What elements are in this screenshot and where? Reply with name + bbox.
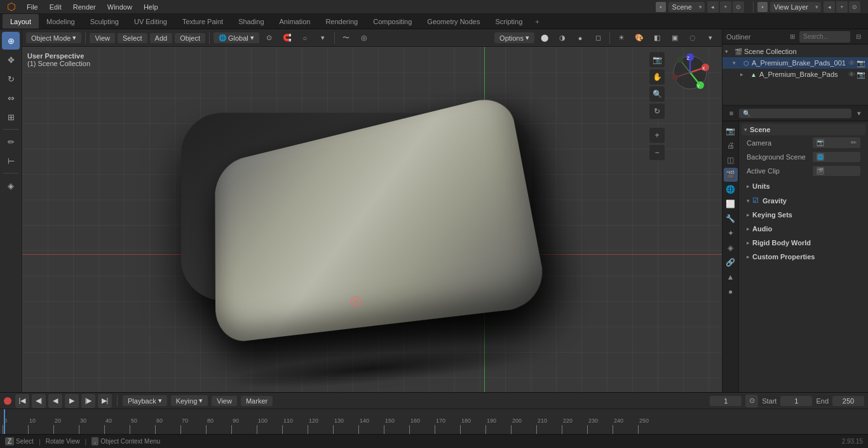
scene-selector[interactable]: GlobalScene ▾ <box>668 2 705 12</box>
shadow-btn[interactable]: ◧ <box>649 31 665 45</box>
jump-end-btn[interactable]: ▶| <box>98 394 112 408</box>
tab-compositing[interactable]: Compositing <box>365 14 419 29</box>
object-mode-btn[interactable]: Object Mode ▾ <box>26 32 81 43</box>
view-layer-add[interactable]: + <box>836 1 848 13</box>
item-1-render-icon[interactable]: 📷 <box>857 71 865 79</box>
tab-rendering[interactable]: Rendering <box>318 14 365 29</box>
context-key-badge[interactable]: . <box>92 437 98 445</box>
rigid-body-collapsible[interactable]: ▸ Rigid Body World <box>742 237 865 248</box>
camera-edit-icon[interactable]: ✏ <box>851 139 857 147</box>
props-tab-object[interactable]: ⬜ <box>724 197 738 211</box>
menu-file[interactable]: File <box>22 2 43 12</box>
tab-uv-editing[interactable]: UV Editing <box>126 14 175 29</box>
tab-modeling[interactable]: Modeling <box>39 14 83 29</box>
studio-light-btn[interactable]: ☀ <box>614 31 629 45</box>
toggle-x-ray-btn[interactable]: ◻ <box>590 31 606 45</box>
outliner-scene-collection[interactable]: ▾ 🎬 Scene Collection <box>722 46 868 57</box>
viewport-object-btn[interactable]: Object <box>175 33 205 43</box>
outliner-search[interactable] <box>799 31 850 43</box>
tab-add[interactable]: + <box>530 16 544 27</box>
end-frame-input[interactable] <box>832 396 864 406</box>
shading-dropdown[interactable]: ▾ <box>703 31 718 45</box>
view-layer-selector[interactable]: View Layer ▾ <box>770 2 821 12</box>
props-tab-modifier[interactable]: 🔧 <box>724 212 738 226</box>
props-tab-view-layer[interactable]: ◫ <box>724 153 738 167</box>
options-btn[interactable]: Options ▾ <box>494 32 534 43</box>
viewport-canvas[interactable]: User Perspective (1) Scene Collection <box>22 47 722 392</box>
custom-props-collapsible[interactable]: ▸ Custom Properties <box>742 251 865 262</box>
pivot-btn[interactable]: ⊙ <box>262 31 277 45</box>
props-search-input[interactable] <box>739 109 851 118</box>
tool-transform[interactable]: ⊞ <box>2 108 20 126</box>
scene-add[interactable]: + <box>720 1 731 13</box>
keying-sets-collapsible[interactable]: ▸ Keying Sets <box>742 209 865 221</box>
graph-icon-btn[interactable]: 〜 <box>339 31 354 45</box>
color-mode-btn[interactable]: 🎨 <box>632 31 647 45</box>
item-1-viewport-icon[interactable]: 👁 <box>848 71 855 79</box>
background-scene-value[interactable]: 🌐 <box>813 152 860 162</box>
scene-link[interactable]: ⊙ <box>733 1 744 13</box>
props-tab-physics[interactable]: ◈ <box>724 241 738 255</box>
proportional-btn[interactable]: ○ <box>297 31 313 45</box>
ao-btn[interactable]: ◌ <box>685 31 700 45</box>
tool-measure[interactable]: ⊢ <box>2 152 20 170</box>
camera-value[interactable]: 📷 ✏ <box>813 137 860 148</box>
tab-geometry-nodes[interactable]: Geometry Nodes <box>419 14 487 29</box>
item-0-render-icon[interactable]: 📷 <box>857 59 865 67</box>
cavity-btn[interactable]: ▣ <box>667 31 682 45</box>
nav-zoom-minus[interactable]: − <box>649 145 665 160</box>
tab-shading[interactable]: Shading <box>231 14 271 29</box>
props-tab-scene[interactable]: 🎬 <box>724 168 738 182</box>
marker-menu-btn[interactable]: Marker <box>241 396 273 406</box>
units-collapsible[interactable]: ▸ Units <box>742 180 865 192</box>
nav-zoom-plus[interactable]: + <box>649 128 665 143</box>
props-tab-output[interactable]: 🖨 <box>724 139 738 153</box>
rendered-mode-btn[interactable]: ● <box>573 31 588 45</box>
gravity-checkbox[interactable]: ☑ <box>752 196 759 205</box>
nav-grab-btn[interactable]: ✋ <box>649 69 665 85</box>
menu-edit[interactable]: Edit <box>44 2 67 12</box>
view-menu-btn[interactable]: View <box>212 396 237 406</box>
tab-sculpting[interactable]: Sculpting <box>83 14 126 29</box>
nav-zoom-btn[interactable]: 🔍 <box>649 86 665 102</box>
select-key-badge[interactable]: Z <box>5 437 14 445</box>
audio-collapsible[interactable]: ▸ Audio <box>742 223 865 234</box>
view-layer-prev[interactable]: ◂ <box>824 1 835 13</box>
solid-mode-btn[interactable]: ⬤ <box>537 31 552 45</box>
current-frame-input[interactable] <box>710 396 742 406</box>
material-preview-btn[interactable]: ◑ <box>555 31 570 45</box>
viewport-add-btn[interactable]: Add <box>150 33 173 43</box>
scene-section-header[interactable]: ▾ Scene <box>742 124 865 135</box>
tool-add-obj[interactable]: ◈ <box>2 177 20 194</box>
viewport-select-btn[interactable]: Select <box>118 33 147 43</box>
tool-scale[interactable]: ⇔ <box>2 89 20 107</box>
overlay-btn[interactable]: ◎ <box>356 31 372 45</box>
tab-scripting[interactable]: Scripting <box>487 14 530 29</box>
props-tab-render[interactable]: 📷 <box>724 124 738 138</box>
scene-prev[interactable]: ◂ <box>707 1 719 13</box>
item-0-viewport-icon[interactable]: 👁 <box>848 59 855 67</box>
props-tab-particles[interactable]: ✦ <box>724 226 738 240</box>
prev-keyframe-btn[interactable]: ◀| <box>32 394 46 408</box>
props-tab-world[interactable]: 🌐 <box>724 182 738 196</box>
outliner-item-1[interactable]: ▸ ▲ A_Premium_Brake_Pads 👁 📷 <box>722 69 868 80</box>
props-tab-data[interactable]: ▲ <box>724 270 738 284</box>
keying-menu-btn[interactable]: Keying ▾ <box>171 395 208 406</box>
tab-texture-paint[interactable]: Texture Paint <box>175 14 231 29</box>
axis-widget[interactable]: X Y Z <box>671 53 709 92</box>
playback-menu-btn[interactable]: Playback ▾ <box>123 395 167 406</box>
outliner-item-0[interactable]: ▾ ⬡ A_Premium_Brake_Pads_001 👁 📷 <box>722 57 868 69</box>
record-button[interactable] <box>4 397 11 405</box>
tool-cursor[interactable]: ⊕ <box>2 32 20 50</box>
snap-btn[interactable]: 🧲 <box>280 31 295 45</box>
proportional-mode-btn[interactable]: ▾ <box>315 31 330 45</box>
tool-rotate[interactable]: ↻ <box>2 70 20 88</box>
viewport-view-btn[interactable]: View <box>90 33 115 43</box>
nav-camera-btn[interactable]: 📷 <box>649 52 665 67</box>
jump-start-btn[interactable]: |◀ <box>15 394 29 408</box>
tab-layout[interactable]: Layout <box>3 14 39 29</box>
menu-render[interactable]: Render <box>68 2 101 12</box>
menu-window[interactable]: Window <box>102 2 137 12</box>
use-preview-range-btn[interactable]: ⊙ <box>745 395 758 407</box>
props-icon-btn[interactable]: ≡ <box>725 107 738 119</box>
